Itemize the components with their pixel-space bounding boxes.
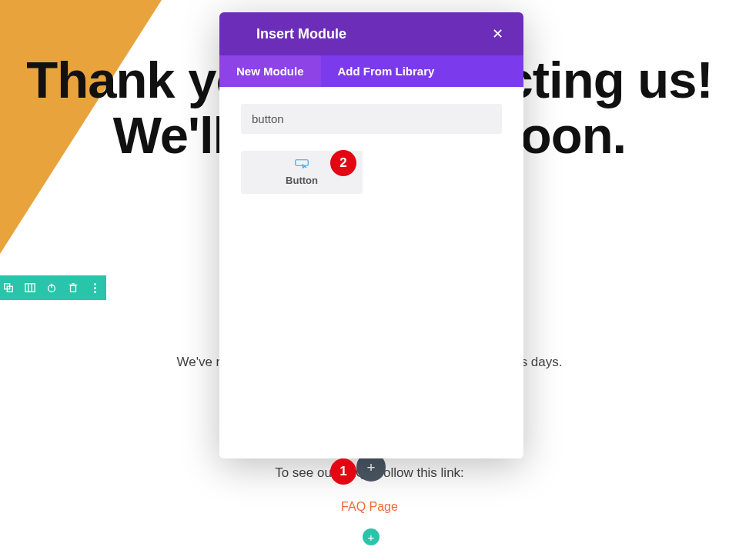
tab-add-from-library[interactable]: Add From Library <box>321 55 452 87</box>
button-module-icon <box>295 158 309 172</box>
modal-body: Button <box>219 87 523 458</box>
toolbar-columns-icon[interactable] <box>25 282 35 293</box>
row-toolbar[interactable] <box>0 275 106 300</box>
toolbar-move-icon[interactable] <box>3 282 14 293</box>
svg-rect-2 <box>25 284 35 292</box>
toolbar-power-icon[interactable] <box>46 282 57 293</box>
module-card-label: Button <box>286 175 318 186</box>
annotation-badge-2: 2 <box>330 150 356 176</box>
add-row-button[interactable]: + <box>363 528 380 545</box>
svg-rect-7 <box>71 285 76 292</box>
annotation-badge-1: 1 <box>330 458 356 485</box>
toolbar-more-icon[interactable] <box>89 282 100 293</box>
close-icon[interactable]: ✕ <box>492 25 503 42</box>
tab-filler <box>451 55 523 87</box>
plus-icon: + <box>368 532 375 543</box>
toolbar-trash-icon[interactable] <box>68 282 79 293</box>
module-grid: Button <box>241 151 502 194</box>
svg-rect-10 <box>296 160 309 166</box>
modal-header: Insert Module ✕ <box>219 12 523 55</box>
tab-new-module[interactable]: New Module <box>219 55 321 87</box>
plus-icon: + <box>366 460 375 475</box>
modal-tabs: New Module Add From Library <box>219 55 523 87</box>
insert-module-modal: Insert Module ✕ New Module Add From Libr… <box>219 12 523 458</box>
module-search-input[interactable] <box>241 104 502 134</box>
faq-page-link[interactable]: FAQ Page <box>0 500 739 514</box>
modal-title: Insert Module <box>256 26 346 42</box>
